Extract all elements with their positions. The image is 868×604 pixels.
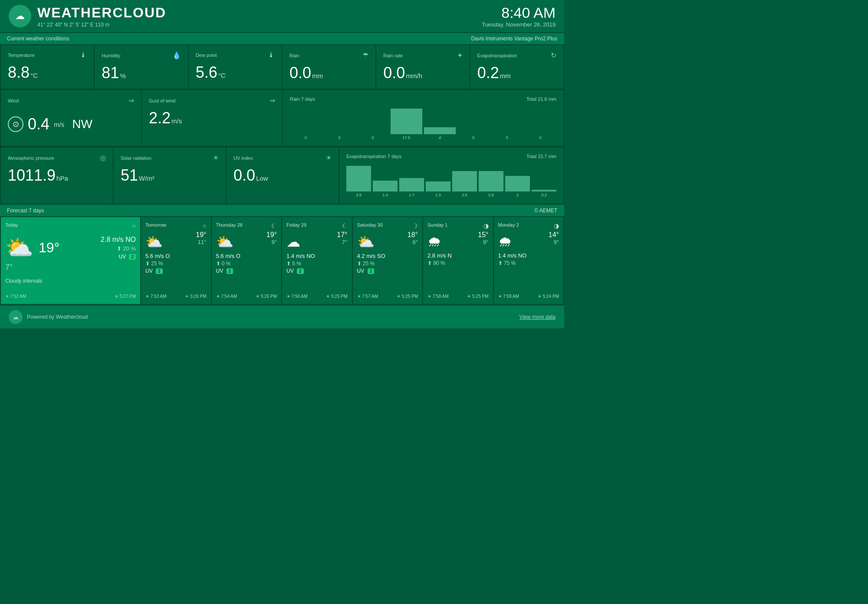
bar-value-label: 3.9	[356, 193, 362, 197]
sunset-time: ☀ 5:25 PM	[397, 294, 418, 299]
forecast-rain-pct: ⬆ 25 %	[145, 261, 207, 267]
gust-label: Gust of wind ⇒	[149, 96, 275, 105]
forecast-uv-row: UV 2	[286, 268, 348, 274]
forecast-rain-pct: ⬆ 25 %	[357, 261, 418, 267]
forecast-day-header: Today○	[5, 222, 136, 229]
rain7-chart: 00017.64000	[290, 105, 556, 140]
forecast-uv-row: UV 2	[145, 268, 207, 274]
wind-compass-icon: ⊙	[8, 116, 23, 132]
bar-value-label: 17.6	[403, 135, 411, 140]
bar-value-label: 1.7	[409, 193, 414, 197]
bar-value-label: 0	[338, 135, 340, 140]
humidity-value: 81%	[102, 64, 181, 82]
uv-badge: 2	[156, 268, 163, 274]
forecast-day-header: Monday 2◑	[498, 222, 559, 229]
forecast-rain-pct: ⬆ 5 %	[286, 261, 348, 267]
forecast-moon-icon: ◑	[483, 222, 489, 229]
forecast-rain-pct: ⬆ 20 %	[101, 245, 136, 252]
bar-column: 2	[505, 166, 530, 197]
solar-icon: ☀	[213, 154, 219, 162]
forecast-temps-block: 18°6°	[408, 231, 418, 245]
pressure-value: 1011.9hPa	[8, 166, 106, 185]
forecast-low-temp: 7°	[5, 263, 136, 272]
bar-column: 2.6	[452, 166, 477, 197]
forecast-day-label: Friday 29	[286, 222, 306, 229]
forecast-sun-times: ☀ 7:53 AM☀ 5:26 PM	[145, 290, 207, 299]
humidity-card: Humidity 💧 81%	[95, 45, 187, 89]
forecast-high-temp: 19°	[266, 231, 277, 239]
bar-value-label: 0.2	[541, 193, 547, 197]
footer: ☁ Powered by Weathercloud View more data	[0, 306, 564, 328]
gust-value: 2.2m/s	[149, 109, 275, 127]
device-label: Davis Instruments Vantage Pro2 Plus	[471, 36, 557, 42]
forecast-rain-pct: ⬆ 90 %	[427, 260, 489, 266]
forecast-moon-icon: ☽	[412, 222, 418, 229]
forecast-credit: © AEMET	[534, 208, 557, 214]
forecast-weather-icon: 🌧	[498, 234, 512, 250]
bar-value-label: 0	[539, 135, 542, 140]
forecast-card: Today○⛅19°2.8 m/s NO ⬆ 20 % UV 27°Cloudy…	[1, 217, 140, 304]
bar-column: 0.2	[532, 166, 556, 197]
forecast-wind: 2.8 m/s NO	[101, 236, 136, 244]
bar	[452, 171, 477, 191]
bar-value-label: 0	[472, 135, 474, 140]
bar	[373, 181, 398, 191]
forecast-wind: 1.4 m/s NO	[498, 252, 559, 259]
forecast-small-top: ⛅18°6°	[357, 231, 418, 250]
forecast-day-label: Sunday 1	[427, 222, 447, 229]
pressure-card: Atmospheric pressure ◎ 1011.9hPa	[1, 148, 113, 203]
rain7-label: Rain 7 days	[290, 96, 315, 102]
uv-label: UV index ☀	[233, 154, 332, 162]
footer-link[interactable]: View more data	[519, 314, 556, 320]
bar-value-label: 4	[439, 135, 441, 140]
forecast-rain-pct: ⬆ 75 %	[498, 260, 559, 266]
forecast-weather-icon: 🌧	[427, 234, 441, 250]
temperature-card: Temperature 🌡 8.8°C	[1, 45, 94, 89]
forecast-day-header: Friday 29☾	[286, 222, 348, 229]
bar-value-label: 0	[305, 135, 307, 140]
bar-column: 0	[525, 109, 556, 140]
footer-left: ☁ Powered by Weathercloud	[9, 310, 88, 324]
bar-column: 1.3	[426, 166, 450, 197]
footer-label: Powered by Weathercloud	[27, 314, 88, 320]
forecast-sun-times: ☀ 7:52 AM☀ 5:27 PM	[5, 290, 136, 299]
forecast-wind: 2.8 m/s N	[427, 252, 489, 259]
forecast-temps-block: 15°9°	[478, 231, 488, 245]
forecast-day-label: Monday 2	[498, 222, 519, 229]
forecast-temps-block: 19°11°	[196, 231, 206, 245]
bar-column: 1.4	[373, 166, 398, 197]
bar-value-label: 2.6	[488, 193, 494, 197]
rain-value: 0.0mm	[289, 64, 368, 82]
forecast-day-header: Sunday 1◑	[427, 222, 489, 229]
rain7-card: Rain 7 days Total 21.6 mm 00017.64000	[283, 90, 563, 146]
sunrise-time: ☀ 7:57 AM	[357, 294, 378, 299]
bar-column: 17.6	[391, 109, 422, 140]
forecast-wind: 5.6 m/s O	[145, 253, 207, 259]
bar-column: 0	[357, 109, 389, 140]
footer-logo-icon: ☁	[13, 314, 19, 320]
current-date: Tuesday, November 26, 2019	[482, 21, 556, 28]
forecast-wind: 4.2 m/s SO	[357, 253, 418, 259]
uv-badge: 2	[297, 268, 304, 274]
forecast-day-header: Tomorrow○	[145, 222, 207, 229]
dewpoint-card: Dew point 🌡 5.6°C	[189, 45, 282, 89]
forecast-weather-icon: ⛅	[216, 234, 233, 250]
forecast-high-temp: 14°	[549, 231, 559, 239]
solar-value: 51W/m²	[121, 166, 219, 185]
evap7-total: Total 15.7 mm	[526, 154, 556, 159]
bar-column: 0	[457, 109, 489, 140]
dewpoint-icon: 🌡	[268, 51, 275, 59]
uv-badge: 2	[368, 268, 375, 274]
dewpoint-label: Dew point 🌡	[196, 51, 275, 59]
logo-icon: ☁	[15, 10, 25, 22]
forecast-day-label: Tomorrow	[145, 222, 166, 229]
evap-label: Evapotranspiration ↻	[477, 51, 556, 59]
forecast-moon-icon: ☾	[342, 222, 348, 229]
forecast-card: Tomorrow○⛅19°11°5.6 m/s O⬆ 25 %UV 2☀ 7:5…	[141, 217, 211, 304]
uv-icon: ☀	[326, 154, 332, 162]
thermometer-icon: 🌡	[80, 51, 87, 59]
pressure-label: Atmospheric pressure ◎	[8, 154, 106, 162]
forecast-low-temp: 9°	[549, 239, 559, 245]
forecast-temps-block: 19°9°	[266, 231, 277, 245]
forecast-day-label: Thursday 28	[216, 222, 243, 229]
